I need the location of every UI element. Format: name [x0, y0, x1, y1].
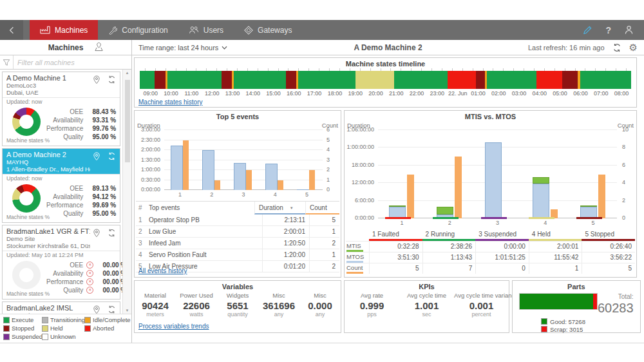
refresh-icon[interactable]	[108, 152, 116, 160]
legend-swatch	[3, 334, 10, 340]
nav-tab-machines[interactable]: Machines	[30, 20, 98, 40]
mtos-bar	[533, 184, 549, 218]
stat-unit: sec	[399, 311, 454, 318]
timeline-tickmark	[237, 68, 238, 71]
col-duration-header[interactable]: Duration▼	[254, 202, 305, 214]
legend-swatch	[84, 325, 91, 332]
mtis-table-corner	[346, 229, 369, 241]
x-tick-label: 4	[544, 220, 547, 226]
gridline	[164, 129, 323, 130]
refresh-icon[interactable]	[108, 229, 116, 237]
nav-tab-configuration[interactable]: Configuration	[98, 20, 178, 40]
machine-states-history-link[interactable]: Machine states history	[138, 99, 203, 106]
back-button[interactable]	[0, 20, 23, 40]
feedback-pencil-icon[interactable]	[583, 25, 592, 35]
refresh-icon[interactable]	[612, 43, 621, 52]
machine-updated-label: Updated: now	[3, 174, 120, 183]
parts-title: Parts	[513, 281, 640, 291]
location-pin-icon[interactable]	[93, 305, 100, 314]
machine-card[interactable]: BradmanLake1 VGR & FT120Demo SiteStockum…	[2, 225, 120, 300]
scroll-thumb[interactable]	[125, 80, 130, 162]
metric-row: Availability✕00.00 %	[46, 269, 126, 278]
machine-card-header[interactable]: BradmanLake2 IMSLDemo SiteStockumer Kirc…	[3, 302, 120, 314]
y-tick-label: 1:00:00:00	[346, 144, 374, 150]
timeline-bar[interactable]	[140, 71, 631, 89]
timeline-tickmark	[462, 68, 463, 71]
machine-card-header[interactable]: A Demo Machine 2MAYHQ1 Allen-Bradley Dr.…	[3, 149, 120, 174]
event-row: 3Infeed Jam1:20:502	[136, 238, 339, 249]
filter-funnel-icon[interactable]	[0, 55, 14, 69]
event-rank: 2	[136, 226, 149, 237]
timeline-tickmark	[534, 68, 535, 71]
error-icon: ✕	[86, 270, 93, 277]
timeline-tick-label: 09:00	[144, 90, 158, 97]
timeline-segment-aborted	[448, 71, 475, 89]
settings-gear-icon[interactable]: ⚙	[629, 43, 638, 52]
time-range-selector[interactable]: Time range: last 24 hours	[138, 44, 227, 52]
kpi-items: Avg rate0.999ppsAvg cycle time1.001secAv…	[345, 292, 509, 318]
duration-bar	[171, 146, 183, 190]
variables-panel: Variables Material90424metersPower Used2…	[134, 280, 341, 333]
metric-value: 88.43 %	[86, 108, 116, 115]
timeline-tick-label: 04:00	[533, 90, 547, 97]
variables-items: Material90424metersPower Used22606wattsW…	[135, 292, 341, 318]
mtis-cell-value: 2:00:01	[529, 241, 582, 252]
col-count-header[interactable]: Count	[305, 202, 339, 214]
machine-card-icons	[90, 151, 117, 173]
timeline-tickmark	[227, 68, 227, 71]
map-view-icon[interactable]	[94, 42, 104, 52]
timeline-tickmark	[308, 68, 309, 71]
y-tick-label: 3	[327, 157, 330, 163]
refresh-icon[interactable]	[108, 305, 116, 314]
location-pin-icon[interactable]	[93, 75, 100, 84]
machine-card[interactable]: A Demo Machine 2MAYHQ1 Allen-Bradley Dr.…	[2, 148, 120, 223]
machine-card[interactable]: BradmanLake2 IMSLDemo SiteStockumer Kirc…	[2, 301, 120, 314]
machine-card-header[interactable]: BradmanLake1 VGR & FT120Demo SiteStockum…	[3, 225, 120, 251]
scroll-up-icon[interactable]: ▲	[126, 71, 129, 75]
scroll-down-icon[interactable]: ▼	[126, 309, 129, 312]
y-tick-label: 0	[327, 186, 330, 193]
metric-value: 95.00 %	[86, 133, 116, 140]
timeline-tickmark	[247, 68, 248, 71]
parts-legend-swatch	[541, 318, 547, 325]
nav-tab-users[interactable]: Users	[178, 20, 234, 40]
machine-card-header[interactable]: A Demo Machine 1DemoLoc3Dubai, UAE	[3, 72, 120, 97]
timeline-tick-label: 07:00	[594, 90, 609, 97]
stat-label: Misc	[258, 292, 299, 299]
x-tick-label: 3	[242, 191, 245, 198]
duration-bar	[297, 189, 309, 190]
timeline-segment-execute	[298, 71, 355, 89]
process-variables-trends-link[interactable]: Process variables trends	[138, 323, 209, 330]
y-tick-label: 2:00:00	[141, 146, 160, 153]
refresh-icon[interactable]	[108, 75, 116, 84]
machine-card[interactable]: A Demo Machine 1DemoLoc3Dubai, UAEUpdate…	[2, 71, 120, 146]
user-icon[interactable]	[624, 25, 634, 35]
mtis-col-header: 1 Faulted	[369, 229, 422, 241]
timeline-tick-label: 16:00	[287, 90, 301, 97]
filter-input[interactable]	[14, 55, 131, 69]
metric-value: 99.69 %	[86, 202, 116, 209]
nav-tab-gateways[interactable]: Gateways	[234, 20, 302, 40]
metric-label: Quality	[63, 133, 83, 140]
parts-legend: Good: 57268Scrap: 3015	[541, 318, 640, 333]
metric-row: OEE88.43 %	[46, 108, 116, 116]
timeline-tickmark	[452, 68, 453, 71]
help-icon[interactable]: ?	[605, 25, 611, 35]
y-tick-label: 6:00:00	[355, 197, 374, 204]
state-color-strip	[576, 217, 602, 219]
error-icon: ✕	[86, 278, 93, 285]
sidebar-header: Machines	[0, 40, 131, 55]
stat-value: 0.999	[345, 300, 399, 311]
machine-states-timeline-panel: Machine states timeline 09:0010:0011:001…	[134, 57, 637, 108]
mtis-row-label: Count	[346, 263, 369, 274]
location-pin-icon[interactable]	[93, 229, 100, 238]
top-whitespace	[0, 0, 644, 20]
all-events-history-link[interactable]: All events history	[138, 267, 187, 274]
kpis-title: KPIs	[345, 281, 509, 291]
location-pin-icon[interactable]	[93, 152, 100, 161]
mtis-col-header: 2 Running	[422, 229, 476, 241]
timeline-segment-execute	[234, 71, 286, 89]
back-chevron-icon	[9, 26, 14, 34]
sidebar-scrollbar[interactable]: ▲ ▼	[122, 70, 131, 314]
nav-tab-label: Users	[204, 26, 223, 35]
